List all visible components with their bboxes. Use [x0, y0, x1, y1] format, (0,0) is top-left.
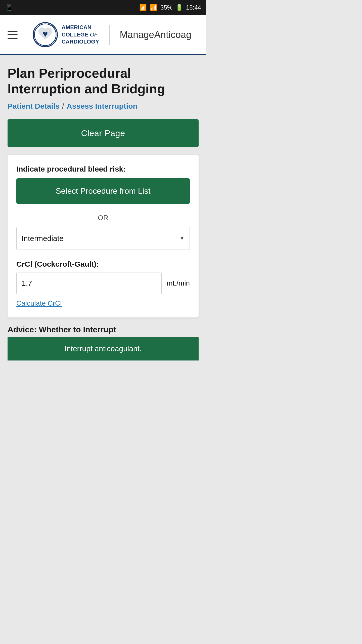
clock: 15:44 [186, 4, 201, 11]
hamburger-menu-button[interactable] [0, 15, 25, 55]
select-procedure-button[interactable]: Select Procedure from List [16, 178, 190, 204]
advice-title: Advice: Whether to Interrupt [8, 325, 199, 334]
logo-divider [109, 25, 110, 45]
crcl-input[interactable] [16, 272, 162, 294]
battery-text: 35% [160, 4, 172, 11]
acc-text: AMERICANCOLLEGE ofCARDIOLOGY [62, 24, 99, 46]
crcl-unit: mL/min [167, 279, 190, 287]
logo-area: ♥ AMERICANCOLLEGE ofCARDIOLOGY ManageAnt… [25, 22, 206, 47]
page-title: Plan Periprocedural Interruption and Bri… [8, 65, 199, 97]
advice-banner: Interrupt anticoagulant. [8, 337, 199, 360]
calculate-crcl-link[interactable]: Calculate CrCl [16, 299, 62, 307]
app-name: ManageAnticoag [120, 29, 191, 40]
status-bar: 📱 📶 📶 35% 🔋 15:44 [0, 0, 206, 15]
breadcrumb: Patient Details / Assess Interruption [8, 102, 199, 110]
wifi-icon: 📶 [139, 4, 147, 11]
breadcrumb-separator: / [62, 102, 64, 110]
breadcrumb-step1[interactable]: Patient Details [8, 102, 60, 110]
bleed-risk-label: Indicate procedural bleed risk: [16, 165, 190, 173]
header: ♥ AMERICANCOLLEGE ofCARDIOLOGY ManageAnt… [0, 15, 206, 55]
status-left: 📱 [5, 4, 13, 12]
status-right: 📶 📶 35% 🔋 15:44 [139, 4, 201, 11]
battery-icon: 🔋 [175, 4, 183, 11]
svg-text:♥: ♥ [42, 29, 48, 39]
signal-icon: 📶 [150, 4, 157, 11]
hamburger-line-3 [8, 38, 18, 39]
or-divider: OR [16, 214, 190, 222]
crcl-label: CrCl (Cockcroft-Gault): [16, 260, 190, 268]
main-card: Indicate procedural bleed risk: Select P… [8, 155, 199, 317]
bleed-risk-dropdown-wrapper: Low Intermediate High ▼ [16, 227, 190, 250]
acc-logo: ♥ AMERICANCOLLEGE ofCARDIOLOGY [33, 22, 99, 47]
main-content: Plan Periprocedural Interruption and Bri… [0, 55, 206, 371]
hamburger-line-2 [8, 34, 18, 35]
breadcrumb-step2[interactable]: Assess Interruption [67, 102, 138, 110]
advice-section: Advice: Whether to Interrupt Interrupt a… [8, 325, 199, 360]
crcl-input-row: mL/min [16, 272, 190, 294]
phone-icon: 📱 [5, 4, 13, 12]
bleed-risk-dropdown[interactable]: Low Intermediate High [16, 227, 190, 250]
acc-logo-circle: ♥ [33, 22, 58, 47]
hamburger-line-1 [8, 31, 18, 32]
clear-page-button[interactable]: Clear Page [8, 119, 199, 147]
